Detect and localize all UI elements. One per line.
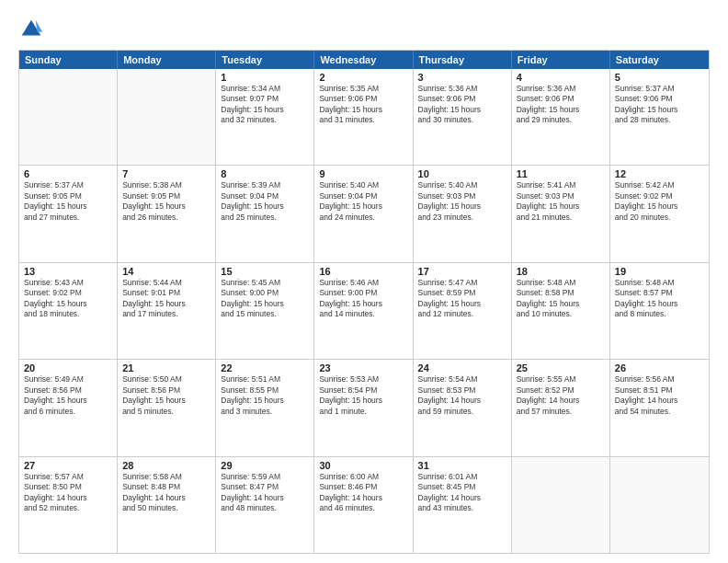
day-detail-14: Sunrise: 5:44 AM Sunset: 9:01 PM Dayligh… <box>122 278 210 320</box>
day-number-31: 31 <box>418 460 506 471</box>
day-cell-4: 4Sunrise: 5:36 AM Sunset: 9:06 PM Daylig… <box>512 69 610 165</box>
day-number-7: 7 <box>122 168 210 179</box>
day-detail-21: Sunrise: 5:50 AM Sunset: 8:56 PM Dayligh… <box>122 374 210 417</box>
day-number-24: 24 <box>418 362 506 373</box>
logo <box>18 17 50 42</box>
day-number-22: 22 <box>221 362 309 373</box>
day-number-13: 13 <box>24 266 112 277</box>
calendar-header: SundayMondayTuesdayWednesdayThursdayFrid… <box>19 51 709 69</box>
day-number-10: 10 <box>418 168 506 179</box>
day-cell-10: 10Sunrise: 5:40 AM Sunset: 9:03 PM Dayli… <box>414 166 512 261</box>
day-detail-23: Sunrise: 5:53 AM Sunset: 8:54 PM Dayligh… <box>319 374 407 417</box>
day-number-4: 4 <box>517 72 605 83</box>
day-number-17: 17 <box>418 266 506 277</box>
day-detail-16: Sunrise: 5:46 AM Sunset: 9:00 PM Dayligh… <box>319 278 407 320</box>
day-number-14: 14 <box>122 266 210 277</box>
day-number-28: 28 <box>122 460 210 471</box>
day-number-30: 30 <box>319 460 407 471</box>
weekday-header-wednesday: Wednesday <box>314 51 413 69</box>
day-detail-13: Sunrise: 5:43 AM Sunset: 9:02 PM Dayligh… <box>24 278 112 320</box>
calendar-row-2: 6Sunrise: 5:37 AM Sunset: 9:05 PM Daylig… <box>19 165 709 261</box>
calendar: SundayMondayTuesdayWednesdayThursdayFrid… <box>18 50 710 554</box>
day-number-1: 1 <box>221 72 309 83</box>
weekday-header-monday: Monday <box>118 51 216 69</box>
calendar-row-1: 1Sunrise: 5:34 AM Sunset: 9:07 PM Daylig… <box>19 69 709 165</box>
day-detail-11: Sunrise: 5:41 AM Sunset: 9:03 PM Dayligh… <box>517 180 605 223</box>
day-cell-20: 20Sunrise: 5:49 AM Sunset: 8:56 PM Dayli… <box>19 360 118 455</box>
day-detail-4: Sunrise: 5:36 AM Sunset: 9:06 PM Dayligh… <box>517 84 605 126</box>
day-detail-9: Sunrise: 5:40 AM Sunset: 9:04 PM Dayligh… <box>319 180 407 223</box>
calendar-row-4: 20Sunrise: 5:49 AM Sunset: 8:56 PM Dayli… <box>19 359 709 455</box>
day-detail-8: Sunrise: 5:39 AM Sunset: 9:04 PM Dayligh… <box>221 180 309 223</box>
day-cell-empty-4-6 <box>610 457 709 553</box>
day-detail-10: Sunrise: 5:40 AM Sunset: 9:03 PM Dayligh… <box>418 180 506 223</box>
day-cell-22: 22Sunrise: 5:51 AM Sunset: 8:55 PM Dayli… <box>216 360 314 455</box>
weekday-header-friday: Friday <box>512 51 610 69</box>
weekday-header-thursday: Thursday <box>414 51 512 69</box>
day-number-16: 16 <box>319 266 407 277</box>
day-cell-28: 28Sunrise: 5:58 AM Sunset: 8:48 PM Dayli… <box>118 457 216 553</box>
day-cell-2: 2Sunrise: 5:35 AM Sunset: 9:06 PM Daylig… <box>314 69 413 165</box>
day-cell-empty-4-5 <box>512 457 610 553</box>
day-cell-26: 26Sunrise: 5:56 AM Sunset: 8:51 PM Dayli… <box>610 360 709 455</box>
day-detail-18: Sunrise: 5:48 AM Sunset: 8:58 PM Dayligh… <box>517 278 605 320</box>
day-cell-9: 9Sunrise: 5:40 AM Sunset: 9:04 PM Daylig… <box>314 166 413 261</box>
day-cell-1: 1Sunrise: 5:34 AM Sunset: 9:07 PM Daylig… <box>216 69 314 165</box>
day-cell-30: 30Sunrise: 6:00 AM Sunset: 8:46 PM Dayli… <box>314 457 413 553</box>
day-cell-5: 5Sunrise: 5:37 AM Sunset: 9:06 PM Daylig… <box>610 69 709 165</box>
day-number-11: 11 <box>517 168 605 179</box>
day-detail-29: Sunrise: 5:59 AM Sunset: 8:47 PM Dayligh… <box>221 472 309 514</box>
day-detail-3: Sunrise: 5:36 AM Sunset: 9:06 PM Dayligh… <box>418 84 506 126</box>
day-number-2: 2 <box>319 72 407 83</box>
day-detail-2: Sunrise: 5:35 AM Sunset: 9:06 PM Dayligh… <box>319 84 407 126</box>
day-detail-25: Sunrise: 5:55 AM Sunset: 8:52 PM Dayligh… <box>517 374 605 417</box>
logo-icon <box>18 17 44 42</box>
day-number-3: 3 <box>418 72 506 83</box>
day-cell-11: 11Sunrise: 5:41 AM Sunset: 9:03 PM Dayli… <box>512 166 610 261</box>
day-detail-5: Sunrise: 5:37 AM Sunset: 9:06 PM Dayligh… <box>615 84 704 126</box>
day-cell-16: 16Sunrise: 5:46 AM Sunset: 9:00 PM Dayli… <box>314 263 413 359</box>
day-number-21: 21 <box>122 362 210 373</box>
day-number-27: 27 <box>24 460 112 471</box>
day-cell-empty-0-0 <box>19 69 118 165</box>
day-number-18: 18 <box>517 266 605 277</box>
day-cell-3: 3Sunrise: 5:36 AM Sunset: 9:06 PM Daylig… <box>414 69 512 165</box>
day-detail-30: Sunrise: 6:00 AM Sunset: 8:46 PM Dayligh… <box>319 472 407 514</box>
day-detail-27: Sunrise: 5:57 AM Sunset: 8:50 PM Dayligh… <box>24 472 112 514</box>
day-cell-19: 19Sunrise: 5:48 AM Sunset: 8:57 PM Dayli… <box>610 263 709 359</box>
day-cell-15: 15Sunrise: 5:45 AM Sunset: 9:00 PM Dayli… <box>216 263 314 359</box>
day-cell-24: 24Sunrise: 5:54 AM Sunset: 8:53 PM Dayli… <box>414 360 512 455</box>
day-detail-12: Sunrise: 5:42 AM Sunset: 9:02 PM Dayligh… <box>615 180 704 223</box>
day-number-15: 15 <box>221 266 309 277</box>
day-detail-31: Sunrise: 6:01 AM Sunset: 8:45 PM Dayligh… <box>418 472 506 514</box>
day-cell-8: 8Sunrise: 5:39 AM Sunset: 9:04 PM Daylig… <box>216 166 314 261</box>
day-number-29: 29 <box>221 460 309 471</box>
day-cell-27: 27Sunrise: 5:57 AM Sunset: 8:50 PM Dayli… <box>19 457 118 553</box>
day-detail-22: Sunrise: 5:51 AM Sunset: 8:55 PM Dayligh… <box>221 374 309 417</box>
day-cell-31: 31Sunrise: 6:01 AM Sunset: 8:45 PM Dayli… <box>414 457 512 553</box>
calendar-row-5: 27Sunrise: 5:57 AM Sunset: 8:50 PM Dayli… <box>19 456 709 553</box>
day-detail-24: Sunrise: 5:54 AM Sunset: 8:53 PM Dayligh… <box>418 374 506 417</box>
day-detail-1: Sunrise: 5:34 AM Sunset: 9:07 PM Dayligh… <box>221 84 309 126</box>
day-detail-26: Sunrise: 5:56 AM Sunset: 8:51 PM Dayligh… <box>615 374 704 417</box>
day-cell-17: 17Sunrise: 5:47 AM Sunset: 8:59 PM Dayli… <box>414 263 512 359</box>
day-detail-15: Sunrise: 5:45 AM Sunset: 9:00 PM Dayligh… <box>221 278 309 320</box>
day-detail-28: Sunrise: 5:58 AM Sunset: 8:48 PM Dayligh… <box>122 472 210 514</box>
day-cell-23: 23Sunrise: 5:53 AM Sunset: 8:54 PM Dayli… <box>314 360 413 455</box>
calendar-row-3: 13Sunrise: 5:43 AM Sunset: 9:02 PM Dayli… <box>19 262 709 359</box>
day-number-23: 23 <box>319 362 407 373</box>
day-cell-25: 25Sunrise: 5:55 AM Sunset: 8:52 PM Dayli… <box>512 360 610 455</box>
day-cell-7: 7Sunrise: 5:38 AM Sunset: 9:05 PM Daylig… <box>118 166 216 261</box>
day-number-8: 8 <box>221 168 309 179</box>
weekday-header-saturday: Saturday <box>610 51 709 69</box>
day-cell-18: 18Sunrise: 5:48 AM Sunset: 8:58 PM Dayli… <box>512 263 610 359</box>
day-number-5: 5 <box>615 72 704 83</box>
weekday-header-tuesday: Tuesday <box>216 51 314 69</box>
day-detail-17: Sunrise: 5:47 AM Sunset: 8:59 PM Dayligh… <box>418 278 506 320</box>
day-detail-20: Sunrise: 5:49 AM Sunset: 8:56 PM Dayligh… <box>24 374 112 417</box>
day-cell-13: 13Sunrise: 5:43 AM Sunset: 9:02 PM Dayli… <box>19 263 118 359</box>
day-number-12: 12 <box>615 168 704 179</box>
day-detail-19: Sunrise: 5:48 AM Sunset: 8:57 PM Dayligh… <box>615 278 704 320</box>
day-cell-21: 21Sunrise: 5:50 AM Sunset: 8:56 PM Dayli… <box>118 360 216 455</box>
day-cell-12: 12Sunrise: 5:42 AM Sunset: 9:02 PM Dayli… <box>610 166 709 261</box>
